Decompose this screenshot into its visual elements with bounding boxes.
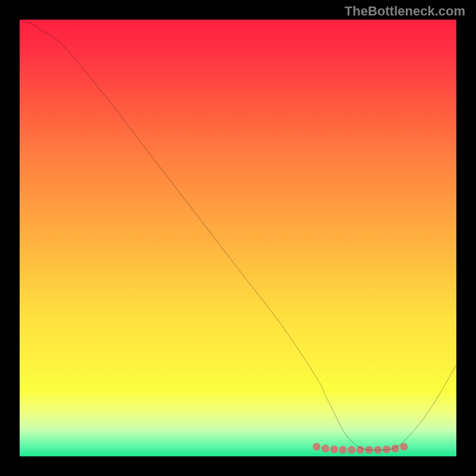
attribution-text: TheBottleneck.com	[345, 4, 465, 19]
chart-gradient-background	[20, 20, 456, 456]
